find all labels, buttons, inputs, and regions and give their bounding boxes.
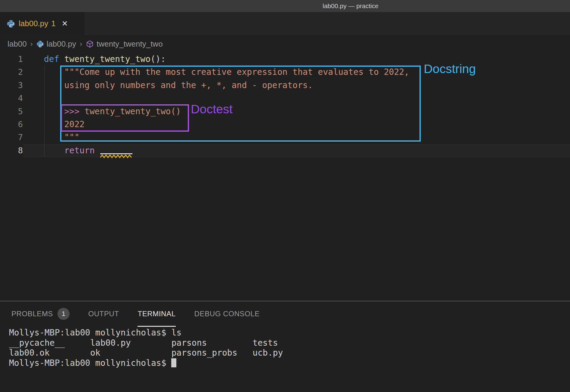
panel-tab-label: PROBLEMS bbox=[11, 310, 53, 318]
code-line-content[interactable]: """ bbox=[23, 131, 570, 144]
panel-tab-terminal[interactable]: TERMINAL bbox=[138, 302, 175, 327]
line-number: 5 bbox=[0, 105, 23, 118]
breadcrumb: lab00› lab00.py› twenty_twenty_two bbox=[0, 35, 570, 53]
breadcrumb-item-lab00[interactable]: lab00 bbox=[8, 39, 27, 49]
code-line[interactable]: 3 using only numbers and the +, *, and -… bbox=[0, 79, 570, 92]
tab-problem-count: 1 bbox=[51, 19, 55, 28]
panel-tab-label: DEBUG CONSOLE bbox=[194, 310, 260, 318]
breadcrumb-label: lab00.py bbox=[47, 39, 76, 49]
code-line[interactable]: 6 2022 bbox=[0, 118, 570, 131]
panel-tab-output[interactable]: OUTPUT bbox=[88, 302, 119, 327]
indent-guide bbox=[44, 66, 45, 157]
line-number: 3 bbox=[0, 79, 23, 92]
tab-label: lab00.py bbox=[19, 19, 48, 28]
panel-tab-debug-console[interactable]: DEBUG CONSOLE bbox=[194, 302, 260, 327]
terminal-line: __pycache__ lab00.py parsons tests bbox=[9, 338, 570, 348]
panel-tabs: PROBLEMS1OUTPUTTERMINALDEBUG CONSOLE bbox=[0, 302, 570, 327]
line-number: 2 bbox=[0, 66, 23, 78]
title-bar: lab00.py — practice bbox=[0, 0, 570, 12]
symbol-method-icon bbox=[86, 40, 94, 48]
breadcrumb-item-lab00.py[interactable]: lab00.py bbox=[36, 39, 76, 49]
editor-code[interactable]: 1def twenty_twenty_two():2 """Come up wi… bbox=[0, 53, 570, 157]
panel-tab-label: TERMINAL bbox=[138, 310, 175, 318]
line-number: 4 bbox=[0, 92, 23, 105]
line-number: 8 bbox=[0, 144, 23, 157]
code-line[interactable]: 5 >>> twenty_twenty_two() bbox=[0, 105, 570, 118]
breadcrumb-separator: › bbox=[80, 40, 82, 48]
code-line[interactable]: 8 return bbox=[0, 144, 570, 157]
terminal-line: Mollys-MBP:lab00 mollynicholas$ bbox=[9, 358, 570, 368]
code-line[interactable]: 4 bbox=[0, 92, 570, 105]
terminal-line: Mollys-MBP:lab00 mollynicholas$ ls bbox=[9, 328, 570, 338]
terminal-cursor bbox=[171, 358, 176, 367]
python-icon-slot bbox=[7, 20, 15, 28]
terminal-output[interactable]: Mollys-MBP:lab00 mollynicholas$ ls__pyca… bbox=[9, 328, 570, 368]
panel-tab-label: OUTPUT bbox=[88, 310, 119, 318]
window-title: lab00.py — practice bbox=[323, 0, 379, 12]
breadcrumb-label: twenty_twenty_two bbox=[97, 39, 163, 49]
line-number: 7 bbox=[0, 131, 23, 144]
code-line-content[interactable]: using only numbers and the +, *, and - o… bbox=[23, 79, 570, 92]
terminal-line: lab00.ok ok parsons_probs ucb.py bbox=[9, 348, 570, 358]
breadcrumb-item-twenty_twenty_two[interactable]: twenty_twenty_two bbox=[86, 39, 163, 49]
python-icon bbox=[7, 20, 15, 28]
problems-count-badge: 1 bbox=[57, 308, 70, 320]
breadcrumb-label: lab00 bbox=[8, 39, 27, 49]
code-line-content[interactable]: def twenty_twenty_two(): bbox=[23, 53, 570, 66]
code-line[interactable]: 2 """Come up with the most creative expr… bbox=[0, 66, 570, 78]
code-line[interactable]: 1def twenty_twenty_two(): bbox=[0, 53, 570, 66]
line-number: 1 bbox=[0, 53, 23, 66]
code-line-content[interactable] bbox=[23, 92, 570, 105]
code-line-content[interactable]: return bbox=[23, 144, 570, 157]
code-line-content[interactable]: """Come up with the most creative expres… bbox=[23, 66, 570, 78]
python-icon bbox=[36, 40, 44, 48]
code-line-content[interactable]: 2022 bbox=[23, 118, 570, 131]
editor-tab-strip: lab00.py 1 ✕ bbox=[0, 12, 570, 35]
panel-tab-problems[interactable]: PROBLEMS1 bbox=[11, 302, 70, 327]
code-line[interactable]: 7 """ bbox=[0, 131, 570, 144]
line-number: 6 bbox=[0, 118, 23, 131]
code-line-content[interactable]: >>> twenty_twenty_two() bbox=[23, 105, 570, 118]
tab-lab00py[interactable]: lab00.py 1 ✕ bbox=[0, 12, 85, 35]
breadcrumb-separator: › bbox=[30, 40, 33, 48]
close-icon[interactable]: ✕ bbox=[62, 19, 68, 28]
